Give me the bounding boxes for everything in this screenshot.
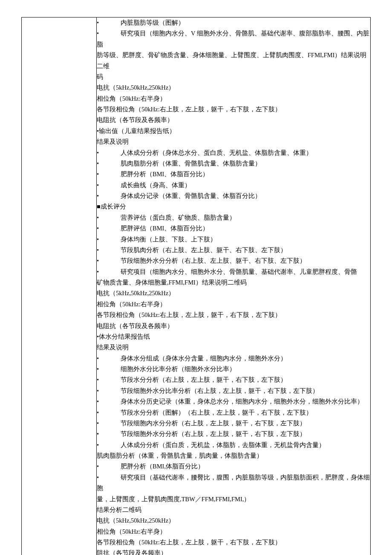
text-line: 各节段相位角（50kHz:右上肢，左上肢，躯干，右下肢，左下肢） bbox=[97, 310, 370, 320]
text: 人体成分分析（蛋白质，无机盐，体脂肪，去脂体重，无机盐骨内含量） bbox=[121, 442, 325, 448]
list-item: 身体均衡（上肢、下肢、上下肢） bbox=[97, 234, 370, 245]
text: 节段肌肉分析（右上肢、左上肢、躯干、右下肢、左下肢） bbox=[121, 247, 287, 253]
text: 身体成分记录（体重、骨骼肌含量、体脂百分比） bbox=[121, 192, 261, 199]
text-line: •体水分结果报告纸 bbox=[97, 331, 370, 342]
text-continuation: 肪等级、肥胖度、骨矿物质含量、身体细胞量、上臂围度、上臂肌肉围度、FFMI,FM… bbox=[97, 50, 370, 72]
text: 节段水分分析（右上肢，左上肢，躯干，右下肢，左下肢） bbox=[121, 376, 287, 383]
text-line: 相位角（50kHz:右半身） bbox=[97, 526, 370, 537]
left-column bbox=[22, 17, 97, 555]
text: 肥胖分析（BMI,体脂百分比） bbox=[121, 463, 204, 470]
text-line: 电阻抗（各节段及各频率） bbox=[97, 321, 370, 331]
bullet-icon bbox=[97, 191, 121, 201]
bullet-icon bbox=[97, 461, 121, 472]
bullet-icon bbox=[97, 440, 121, 450]
text-line: •输出值（儿童结果报告纸） bbox=[97, 126, 370, 137]
bullet-icon bbox=[97, 396, 121, 407]
list-item: 研究项目（基础代谢率，腰臀比，腹围，内脏脂肪等级，内脏脂肪面积，肥胖度，身体细胞 bbox=[97, 472, 370, 494]
list-item: 节段细胞外水分比率分析（右上肢，左上肢，躯干，右下肢，左下肢） bbox=[97, 386, 370, 396]
bullet-icon bbox=[97, 418, 121, 429]
text: 节段细胞外水分分析（右上肢，左上肢，躯干，右下肢，左下肢） bbox=[121, 430, 306, 437]
text: 肥胖评估（BMI、体脂百分比） bbox=[121, 225, 209, 232]
bullet-icon bbox=[97, 158, 121, 169]
text: 身体水分历史记录（体重，身体总水分，细胞内水分，细胞外水分，细胞外水分比率） bbox=[121, 398, 363, 405]
text-continuation: 矿物质含量、身体细胞量,FFMI,FMI）结果说明二维码 bbox=[97, 277, 370, 288]
text: 节段细胞内水分分析（右上肢，左上肢，躯干，右下肢，左下肢） bbox=[121, 420, 306, 427]
text: 人体成分分析（身体总水分、蛋白质、无机盐、体脂肪含量、体重） bbox=[121, 149, 312, 156]
text-continuation: 码 bbox=[97, 72, 370, 82]
text: 细胞外水分比率分析（细胞外水分比率） bbox=[121, 366, 236, 372]
bullet-icon bbox=[97, 17, 121, 28]
list-item: 节段肌肉分析（右上肢、左上肢、躯干、右下肢、左下肢） bbox=[97, 245, 370, 256]
list-item: 营养评估（蛋白质、矿物质、脂肪含量） bbox=[97, 212, 370, 223]
text-line: 各节段相位角（50kHz:右上肢，左上肢，躯干，右下肢，左下肢） bbox=[97, 104, 370, 115]
text: 营养评估（蛋白质、矿物质、脂肪含量） bbox=[121, 214, 236, 221]
bullet-icon bbox=[97, 256, 121, 266]
bullet-icon bbox=[97, 472, 121, 483]
list-item: 肥胖评估（BMI、体脂百分比） bbox=[97, 223, 370, 234]
bullet-icon bbox=[97, 375, 121, 385]
text: 肥胖分析（BMI、体脂百分比） bbox=[121, 171, 209, 177]
list-item: 节段细胞外水分分析（右上肢、左上肢、躯干、右下肢、左下肢） bbox=[97, 256, 370, 266]
list-item: 细胞外水分比率分析（细胞外水分比率） bbox=[97, 364, 370, 375]
spec-table: 内脏脂肪等级（图解） 研究项目（细胞内水分、V 细胞外水分、骨骼肌、基础代谢率、… bbox=[21, 17, 371, 555]
list-item: 肌肉脂肪分析（体重、骨骼肌含量、体脂肪含量） bbox=[97, 158, 370, 169]
text: 身体水分组成（身体水分含量，细胞内水分，细胞外水分） bbox=[121, 355, 287, 362]
text-continuation: 量，上臂围度，上臂肌肉围度,TBW／FFM,FFMI,FMI,） bbox=[97, 494, 370, 505]
list-item: 节段细胞外水分分析（右上肢，左上肢，躯干，右下肢，左下肢） bbox=[97, 429, 370, 439]
list-item: 研究项目（细胞内水分、V 细胞外水分、骨骼肌、基础代谢率、腹部脂肪率、腰围、内脏… bbox=[97, 28, 370, 50]
list-item: 节段水分分析（图解）（右上肢，左上肢，躯干，右下肢，左下肢） bbox=[97, 407, 370, 418]
right-column: 内脏脂肪等级（图解） 研究项目（细胞内水分、V 细胞外水分、骨骼肌、基础代谢率、… bbox=[97, 17, 371, 555]
bullet-icon bbox=[97, 429, 121, 439]
list-item: 身体水分历史记录（体重，身体总水分，细胞内水分，细胞外水分，细胞外水分比率） bbox=[97, 396, 370, 407]
bullet-icon bbox=[97, 169, 121, 180]
list-item: 内脏脂肪等级（图解） bbox=[97, 17, 370, 28]
bullet-icon bbox=[97, 407, 121, 418]
text-line: 电阻抗（各节段及各频率） bbox=[97, 115, 370, 125]
list-item: 节段细胞内水分分析（右上肢，左上肢，躯干，右下肢，左下肢） bbox=[97, 418, 370, 429]
bullet-icon bbox=[97, 234, 121, 245]
text: 内脏脂肪等级（图解） bbox=[121, 19, 184, 26]
text-line: 各节段相位角（50kHz:右上肢，左上肢，躯干，右下肢，左下肢） bbox=[97, 537, 370, 548]
text: 节段水分分析（图解）（右上肢，左上肢，躯干，右下肢，左下肢） bbox=[121, 409, 312, 416]
bullet-icon bbox=[97, 223, 121, 234]
text-line: 电抗（5kHz,50kHz,250kHz） bbox=[97, 288, 370, 299]
text-line: 肌肉脂肪分析（体重，骨骼肌含量，肌肉量，体脂肪含量） bbox=[97, 450, 370, 461]
text-line: 结果分析二维码 bbox=[97, 505, 370, 515]
square-icon bbox=[97, 203, 101, 210]
bullet-icon bbox=[97, 267, 121, 277]
bullet-icon bbox=[97, 180, 121, 191]
bullet-icon bbox=[97, 212, 121, 223]
text-line: 结果及说明 bbox=[97, 342, 370, 353]
text-line: 阻抗（各节段及各频率） bbox=[97, 548, 370, 555]
text: 研究项目（细胞内水分、细胞外水分、骨骼肌量、基础代谢率、儿童肥胖程度、骨骼 bbox=[121, 268, 357, 275]
list-item: 人体成分分析（蛋白质，无机盐，体脂肪，去脂体重，无机盐骨内含量） bbox=[97, 440, 370, 450]
list-item: 肥胖分析（BMI、体脂百分比） bbox=[97, 169, 370, 180]
text-line: 电抗（5kHz,50kHz,250kHz） bbox=[97, 82, 370, 93]
bullet-icon bbox=[97, 28, 121, 39]
text-line: 结果及说明 bbox=[97, 137, 370, 147]
bullet-icon bbox=[97, 364, 121, 375]
text: 成长评分 bbox=[101, 203, 126, 210]
list-item: 身体水分组成（身体水分含量，细胞内水分，细胞外水分） bbox=[97, 353, 370, 364]
list-item: 研究项目（细胞内水分、细胞外水分、骨骼肌量、基础代谢率、儿童肥胖程度、骨骼 bbox=[97, 267, 370, 277]
bullet-icon bbox=[97, 148, 121, 158]
list-item: 人体成分分析（身体总水分、蛋白质、无机盐、体脂肪含量、体重） bbox=[97, 148, 370, 158]
list-item: 身体成分记录（体重、骨骼肌含量、体脂百分比） bbox=[97, 191, 370, 201]
text-line: 相位角（50kHz:右半身） bbox=[97, 299, 370, 310]
section-heading: 成长评分 bbox=[97, 201, 370, 212]
bullet-icon bbox=[97, 353, 121, 364]
text: 肌肉脂肪分析（体重、骨骼肌含量、体脂肪含量） bbox=[121, 160, 261, 167]
bullet-icon bbox=[97, 245, 121, 256]
text: 身体均衡（上肢、下肢、上下肢） bbox=[121, 236, 216, 243]
list-item: 节段水分分析（右上肢，左上肢，躯干，右下肢，左下肢） bbox=[97, 375, 370, 385]
page: 内脏脂肪等级（图解） 研究项目（细胞内水分、V 细胞外水分、骨骼肌、基础代谢率、… bbox=[0, 0, 392, 555]
text: 研究项目（基础代谢率，腰臀比，腹围，内脏脂肪等级，内脏脂肪面积，肥胖度，身体细胞 bbox=[97, 474, 370, 491]
list-item: 成长曲线（身高、体重） bbox=[97, 180, 370, 191]
text: 节段细胞外水分分析（右上肢、左上肢、躯干、右下肢、左下肢） bbox=[121, 257, 306, 264]
bullet-icon bbox=[97, 386, 121, 396]
text-line: 电抗（5kHz,50kHz,250kHz） bbox=[97, 515, 370, 526]
text: 成长曲线（身高、体重） bbox=[121, 182, 191, 189]
text-line: 相位角（50kHz:右半身） bbox=[97, 93, 370, 104]
list-item: 肥胖分析（BMI,体脂百分比） bbox=[97, 461, 370, 472]
text: 节段细胞外水分比率分析（右上肢，左上肢，躯干，右下肢，左下肢） bbox=[121, 387, 319, 394]
